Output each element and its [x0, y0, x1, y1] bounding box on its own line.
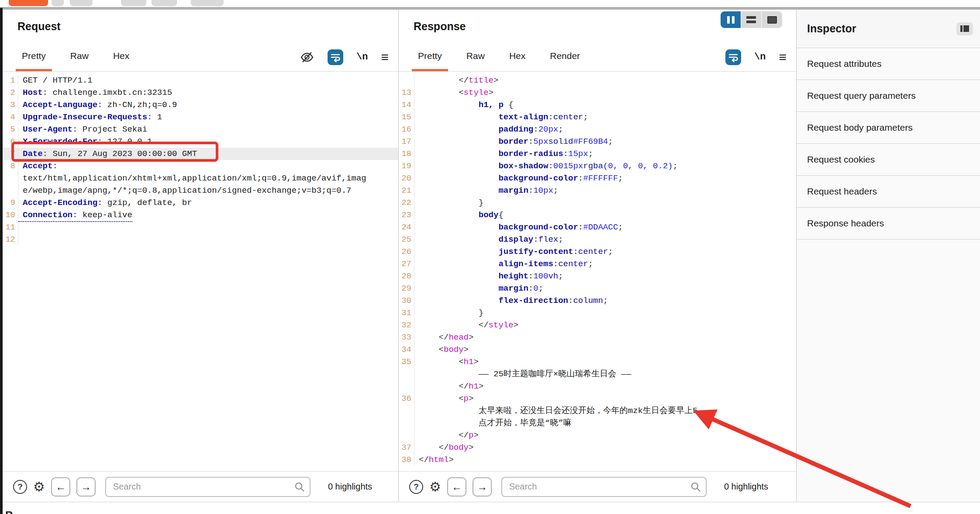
- line-number: 32: [399, 319, 414, 331]
- code-line: 26justify-content:center;: [399, 246, 796, 258]
- code-line: 1GET / HTTP/1.1: [3, 74, 398, 87]
- window-left-edge: [0, 8, 3, 514]
- code-line: </title>: [399, 74, 796, 87]
- code-line: 36<p>: [399, 392, 796, 405]
- app-tab[interactable]: [9, 0, 48, 6]
- layout-toggle-group: [721, 11, 782, 28]
- line-number: 30: [399, 295, 414, 307]
- search-icon: [294, 481, 305, 494]
- code-line: 15text-align:center;: [399, 111, 796, 123]
- code-line: 7Date: Sun, 27 Aug 2023 00:00:00 GMT: [3, 148, 398, 160]
- layout-columns-button[interactable]: [721, 11, 741, 28]
- tab-hex[interactable]: Hex: [107, 43, 135, 71]
- code-line: 17border:5pxsolid#FF69B4;: [399, 135, 796, 148]
- line-number: 11: [3, 221, 18, 233]
- settings-gear-icon[interactable]: ⚙: [429, 480, 441, 493]
- next-match-button[interactable]: →: [76, 477, 96, 497]
- line-number: 1: [3, 74, 18, 87]
- prev-match-button[interactable]: ←: [447, 477, 466, 497]
- inspector-section-label: Response headers: [807, 218, 884, 229]
- tab-pretty[interactable]: Pretty: [16, 43, 52, 71]
- line-number: 24: [399, 221, 414, 233]
- app-tab[interactable]: [152, 0, 177, 6]
- app-tab[interactable]: [121, 0, 146, 6]
- line-number: 37: [399, 441, 414, 454]
- response-editor[interactable]: </title>13<style>14h1, p {15text-align:c…: [399, 72, 796, 471]
- code-line: </p>: [399, 429, 796, 441]
- tab-pretty[interactable]: Pretty: [412, 43, 448, 71]
- code-line: 6X-Forwarded-For: 127.0.0.1: [3, 135, 398, 148]
- code-line: 14h1, p {: [399, 99, 796, 111]
- app-tab[interactable]: [52, 0, 64, 6]
- line-number: 36: [399, 392, 414, 405]
- inspector-section-request-body-parameters[interactable]: Request body parameters: [797, 112, 980, 144]
- code-line: text/html,application/xhtml+xml,applicat…: [3, 172, 398, 184]
- request-search-input[interactable]: [105, 477, 311, 497]
- inspector-section-response-headers[interactable]: Response headers: [797, 208, 980, 240]
- clipped-text: R: [5, 509, 980, 514]
- inspector-section-request-headers[interactable]: Request headers: [797, 176, 980, 208]
- code-line: 4Upgrade-Insecure-Requests: 1: [3, 111, 398, 123]
- code-line: 28height:100vh;: [399, 270, 796, 282]
- request-editor[interactable]: 1GET / HTTP/1.12Host: challenge.imxbt.cn…: [3, 72, 398, 471]
- code-line: 27align-items:center;: [399, 258, 796, 270]
- tab-render[interactable]: Render: [544, 43, 586, 71]
- tab-hex[interactable]: Hex: [503, 43, 531, 71]
- line-number: [399, 417, 414, 429]
- code-line: 33</head>: [399, 331, 796, 344]
- request-searchbar: ? ⚙ ← → 0 highlights: [3, 471, 398, 502]
- editor-menu-icon[interactable]: ≡: [779, 51, 787, 64]
- line-number: [399, 405, 414, 417]
- word-wrap-button[interactable]: [725, 49, 741, 65]
- settings-gear-icon[interactable]: ⚙: [33, 480, 45, 493]
- code-line: 16padding:20px;: [399, 123, 796, 135]
- app-tab[interactable]: [191, 0, 224, 6]
- line-number: 12: [3, 233, 18, 246]
- tab-raw[interactable]: Raw: [64, 43, 95, 71]
- tab-raw[interactable]: Raw: [460, 43, 491, 71]
- code-line: e/webp,image/apng,*/*;q=0.8,application/…: [3, 184, 398, 197]
- help-icon[interactable]: ?: [409, 480, 423, 494]
- next-match-button[interactable]: →: [473, 477, 492, 497]
- line-number: 5: [3, 123, 18, 135]
- line-number: 16: [399, 123, 414, 135]
- line-number: 22: [399, 197, 414, 209]
- hide-nonprintable-icon[interactable]: [300, 50, 314, 65]
- code-line: 24background-color:#DDAACC;: [399, 221, 796, 233]
- code-line: </h1>: [399, 380, 796, 392]
- app-tab-strip: [0, 0, 980, 7]
- line-number: [399, 380, 414, 392]
- line-number: 29: [399, 282, 414, 295]
- editor-menu-icon[interactable]: ≡: [381, 51, 389, 64]
- newline-toggle[interactable]: \n: [754, 52, 766, 63]
- word-wrap-button[interactable]: [328, 49, 343, 65]
- line-number: 27: [399, 258, 414, 270]
- line-number: 25: [399, 233, 414, 246]
- line-number: 17: [399, 135, 414, 148]
- help-icon[interactable]: ?: [13, 480, 27, 494]
- newline-toggle[interactable]: \n: [356, 52, 368, 63]
- request-panel: Request PrettyRawHex \n ≡ 1GET / HTTP/1.…: [3, 10, 398, 502]
- line-number: 8: [3, 160, 18, 172]
- response-search-input[interactable]: [501, 477, 707, 497]
- inspector-section-request-cookies[interactable]: Request cookies: [797, 144, 980, 176]
- inspector-section-label: Request query parameters: [807, 90, 916, 101]
- line-number: 14: [399, 99, 414, 111]
- code-line: 5User-Agent: Project Sekai: [3, 123, 398, 135]
- layout-single-button[interactable]: [762, 11, 782, 28]
- app-tab[interactable]: [70, 0, 93, 6]
- code-line: 18border-radius:15px;: [399, 148, 796, 160]
- code-line: 23body{: [399, 209, 796, 221]
- code-line: —— 25时主题咖啡厅×晓山瑞希生日会 ——: [399, 368, 796, 380]
- code-line: 3Accept-Language: zh-CN,zh;q=0.9: [3, 99, 398, 111]
- layout-rows-button[interactable]: [741, 11, 762, 28]
- inspector-section-label: Request headers: [807, 186, 877, 197]
- prev-match-button[interactable]: ←: [51, 477, 70, 497]
- search-icon: [690, 481, 701, 494]
- collapse-inspector-icon[interactable]: [956, 22, 973, 35]
- inspector-section-request-attributes[interactable]: Request attributes: [797, 48, 980, 80]
- line-number: [3, 172, 18, 184]
- inspector-section-request-query-parameters[interactable]: Request query parameters: [797, 80, 980, 112]
- line-number: 6: [3, 135, 18, 148]
- line-number: 19: [399, 160, 414, 172]
